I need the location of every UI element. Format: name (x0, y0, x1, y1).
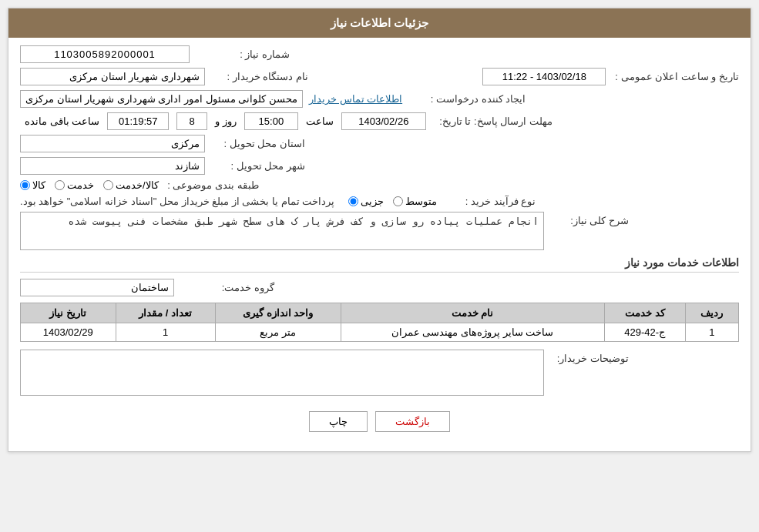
purchase-note: پرداخت تمام یا بخشی از مبلغ خریداز محل "… (20, 196, 334, 207)
deadline-days-value: 8 (176, 112, 207, 130)
back-button[interactable]: بازگشت (375, 411, 450, 432)
cell-service-code: ج-42-429 (604, 323, 685, 342)
purchase-type-radio-group: متوسط جزیی (348, 196, 437, 207)
col-row: ردیف (685, 303, 738, 323)
page-title: جزئیات اطلاعات نیاز (331, 16, 428, 29)
col-date: تاریخ نیاز (21, 303, 116, 323)
radio-kala-khedmat-label: کالا/خدمت (116, 179, 159, 191)
purchase-type-row: نوع فرآیند خرید : متوسط جزیی پرداخت تمام… (20, 196, 739, 207)
col-service-name: نام خدمت (341, 303, 604, 323)
delivery-city-value: شازند (20, 157, 205, 175)
label-pub-datetime: تاریخ و ساعت اعلان عمومی : (609, 71, 739, 82)
services-table: ردیف کد خدمت نام خدمت واحد اندازه گیری ت… (20, 303, 739, 342)
cell-unit: متر مربع (215, 323, 341, 342)
org-pub-row: تاریخ و ساعت اعلان عمومی : 1403/02/18 - … (20, 68, 739, 85)
category-row: طبقه بندی موضوعی : کالا/خدمت خدمت کالا (20, 179, 739, 191)
cell-service-name: ساخت سایر پروژه‌های مهندسی عمران (341, 323, 604, 342)
radio-khedmat-label: خدمت (67, 179, 94, 191)
creator-value: محسن کلوانی مسئول امور اداری شهرداری شهر… (20, 90, 303, 108)
buyer-notes-input[interactable] (20, 350, 544, 396)
cell-row: 1 (685, 323, 738, 342)
label-category: طبقه بندی موضوعی : (159, 179, 259, 191)
need-desc-input[interactable] (20, 212, 544, 250)
radio-motavaset-item[interactable]: متوسط (393, 196, 437, 207)
need-desc-row: شرح کلی نیاز: (20, 212, 739, 250)
services-table-container: ردیف کد خدمت نام خدمت واحد اندازه گیری ت… (20, 303, 739, 342)
day-label: روز و (215, 115, 237, 127)
label-buyer-notes: توضیحات خریدار: (544, 350, 629, 364)
delivery-city-row: شهر محل تحویل : شازند (20, 157, 739, 175)
label-creator: ایجاد کننده درخواست : (402, 93, 526, 105)
radio-khedmat-item[interactable]: خدمت (55, 179, 94, 191)
deadline-time-value: 15:00 (244, 112, 298, 130)
delivery-province-row: استان محل تحویل : مرکزی (20, 135, 739, 152)
label-delivery-province: استان محل تحویل : (205, 138, 305, 149)
creator-group: اطلاعات تماس خریدار محسن کلوانی مسئول ام… (20, 90, 402, 108)
main-container: جزئیات اطلاعات نیاز شماره نیاز : 1103005… (8, 8, 751, 452)
radio-jozi-item[interactable]: جزیی (348, 196, 384, 207)
creator-row: ایجاد کننده درخواست : اطلاعات تماس خریدا… (20, 90, 739, 108)
buyer-notes-row: توضیحات خریدار: (20, 350, 739, 396)
section-service-info: اطلاعات خدمات مورد نیاز (20, 256, 739, 273)
deadline-row: مهلت ارسال پاسخ: تا تاریخ: 1403/02/26 سا… (20, 112, 739, 130)
creator-link[interactable]: اطلاعات تماس خریدار (309, 93, 402, 105)
radio-kala[interactable] (20, 180, 30, 190)
buyer-org-value: شهرداری شهریار استان مرکزی (20, 68, 205, 85)
label-deadline: مهلت ارسال پاسخ: تا تاریخ: (429, 115, 552, 127)
service-group-value: ساختمان (20, 279, 174, 296)
radio-motavaset[interactable] (393, 196, 403, 206)
pub-datetime-value: 1403/02/18 - 11:22 (482, 68, 606, 85)
content-area: شماره نیاز : 1103005892000001 تاریخ و سا… (8, 38, 751, 451)
cell-qty: 1 (116, 323, 215, 342)
label-need-desc: شرح کلی نیاز: (544, 212, 629, 226)
col-unit: واحد اندازه گیری (215, 303, 341, 323)
delivery-province-value: مرکزی (20, 135, 205, 152)
buyer-org-group: نام دستگاه خریدار : شهرداری شهریار استان… (20, 68, 308, 85)
label-delivery-city: شهر محل تحویل : (205, 160, 305, 172)
category-radio-group: کالا/خدمت خدمت کالا (20, 179, 159, 191)
page-header: جزئیات اطلاعات نیاز (8, 8, 751, 38)
radio-kala-item[interactable]: کالا (20, 179, 45, 191)
remaining-label: ساعت باقی مانده (25, 115, 99, 127)
service-group-row: گروه خدمت: ساختمان (20, 279, 739, 296)
table-row: 1 ج-42-429 ساخت سایر پروژه‌های مهندسی عم… (21, 323, 739, 342)
col-service-code: کد خدمت (604, 303, 685, 323)
buttons-row: بازگشت چاپ (20, 403, 739, 443)
deadline-remaining-value: 01:19:57 (107, 112, 169, 130)
radio-khedmat[interactable] (55, 180, 65, 190)
time-label: ساعت (306, 115, 334, 127)
radio-kala-label: کالا (32, 179, 45, 191)
label-need-number: شماره نیاز : (190, 49, 290, 60)
need-number-value: 1103005892000001 (20, 45, 190, 63)
need-number-row: شماره نیاز : 1103005892000001 (20, 45, 739, 63)
radio-jozi-label: جزیی (361, 196, 384, 207)
radio-kala-khedmat[interactable] (103, 180, 113, 190)
label-service-group: گروه خدمت: (174, 282, 274, 293)
deadline-date-value: 1403/02/26 (341, 112, 426, 130)
col-qty: تعداد / مقدار (116, 303, 215, 323)
radio-jozi[interactable] (348, 196, 358, 206)
label-buyer-org: نام دستگاه خریدار : (208, 71, 308, 82)
pub-datetime-group: تاریخ و ساعت اعلان عمومی : 1403/02/18 - … (482, 68, 739, 85)
radio-motavaset-label: متوسط (405, 196, 437, 207)
label-purchase-type: نوع فرآیند خرید : (443, 196, 536, 207)
print-button[interactable]: چاپ (309, 411, 368, 432)
radio-kala-khedmat-item[interactable]: کالا/خدمت (103, 179, 159, 191)
cell-date: 1403/02/29 (21, 323, 116, 342)
